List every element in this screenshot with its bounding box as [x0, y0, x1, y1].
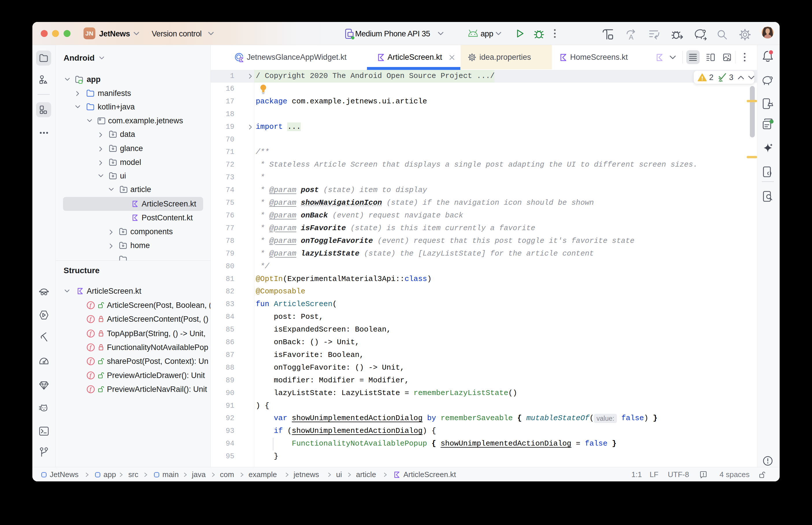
svg-text:A: A	[629, 33, 633, 41]
